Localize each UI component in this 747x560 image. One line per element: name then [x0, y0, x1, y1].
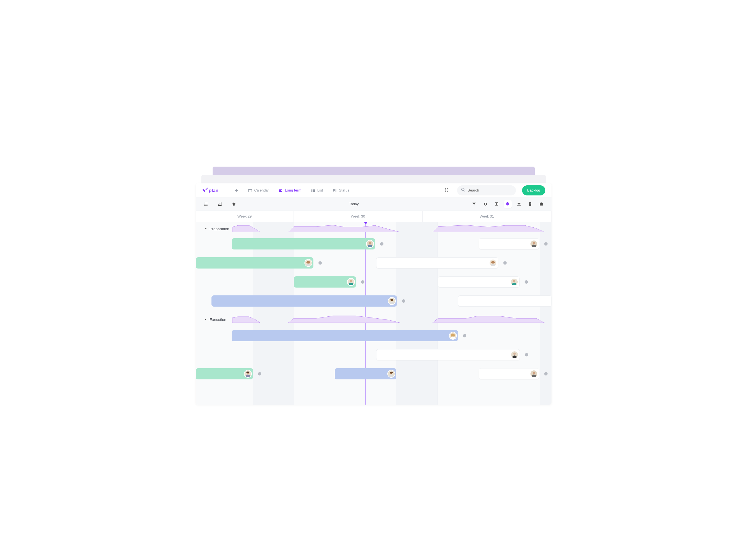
svg-point-31	[517, 203, 518, 204]
svg-rect-20	[205, 203, 208, 203]
task-bar[interactable]	[479, 368, 539, 379]
svg-rect-2	[235, 190, 238, 191]
nav-calendar[interactable]: Calendar	[246, 187, 271, 194]
svg-point-70	[513, 352, 516, 355]
svg-rect-15	[334, 189, 335, 191]
avatar[interactable]	[244, 370, 252, 378]
task-bar[interactable]	[294, 276, 356, 288]
svg-point-36	[530, 205, 531, 205]
list-icon	[311, 188, 315, 193]
group-header-preparation[interactable]: Preparation	[196, 224, 229, 233]
svg-rect-5	[279, 189, 282, 190]
puzzle-icon[interactable]	[504, 200, 512, 208]
svg-point-19	[204, 203, 204, 203]
nav-status[interactable]: Status	[331, 187, 351, 194]
add-button[interactable]	[233, 187, 240, 194]
task-bar[interactable]	[376, 257, 498, 268]
svg-rect-22	[205, 204, 208, 205]
today-label[interactable]: Today	[238, 202, 470, 206]
svg-point-21	[204, 204, 204, 204]
status-dot[interactable]	[503, 261, 507, 265]
task-bar[interactable]	[196, 257, 313, 268]
status-dot[interactable]	[361, 280, 364, 284]
columns-icon[interactable]	[493, 200, 500, 208]
search-box[interactable]	[457, 185, 516, 195]
chevron-down-icon[interactable]	[204, 318, 208, 321]
svg-point-32	[519, 203, 520, 204]
search-icon	[461, 188, 467, 193]
svg-rect-13	[313, 191, 315, 192]
avatar[interactable]	[510, 278, 518, 286]
status-dot[interactable]	[463, 334, 466, 338]
task-bar[interactable]	[438, 276, 520, 288]
svg-marker-63	[232, 317, 260, 323]
svg-marker-40	[288, 225, 400, 232]
avatar[interactable]	[347, 278, 355, 286]
nav-long-term[interactable]: Long term	[277, 187, 303, 194]
plus-icon	[234, 188, 239, 193]
eye-icon[interactable]	[482, 200, 489, 208]
weekend-cell	[396, 222, 438, 405]
avatar[interactable]	[530, 240, 538, 248]
status-dot[interactable]	[318, 261, 322, 265]
search-input[interactable]	[467, 188, 515, 192]
status-dot[interactable]	[524, 280, 528, 284]
task-bar[interactable]	[232, 330, 458, 341]
task-bar[interactable]	[196, 368, 253, 379]
nav-label: Status	[339, 188, 349, 192]
task-bar[interactable]	[211, 295, 397, 306]
avatar[interactable]	[305, 259, 312, 267]
task-bar[interactable]	[335, 368, 396, 379]
week-column: Week 29	[196, 211, 294, 222]
svg-line-18	[464, 190, 465, 191]
resource-icon[interactable]	[526, 200, 534, 208]
status-dot[interactable]	[402, 299, 405, 303]
avatar[interactable]	[530, 370, 538, 378]
team-icon[interactable]	[515, 200, 523, 208]
view-layers-icon[interactable]	[230, 200, 238, 208]
avatar[interactable]	[388, 297, 396, 305]
avatar[interactable]	[366, 240, 374, 248]
status-dot[interactable]	[544, 372, 547, 375]
timeline-body[interactable]: Preparation	[196, 222, 551, 405]
fullscreen-button[interactable]	[442, 186, 451, 195]
task-bar[interactable]	[376, 349, 520, 361]
capacity-curve	[433, 315, 544, 323]
svg-point-46	[533, 242, 535, 244]
status-dot[interactable]	[380, 242, 383, 245]
svg-marker-39	[232, 225, 260, 232]
status-dot[interactable]	[544, 242, 547, 245]
status-dot[interactable]	[525, 353, 528, 356]
svg-rect-11	[313, 190, 315, 191]
avatar[interactable]	[449, 332, 457, 340]
avatar[interactable]	[511, 351, 518, 359]
svg-point-23	[204, 205, 204, 205]
nav-list[interactable]: List	[309, 187, 325, 194]
briefcase-icon[interactable]	[538, 200, 545, 208]
group-label: Preparation	[210, 227, 229, 231]
svg-rect-6	[279, 190, 281, 191]
svg-point-58	[513, 280, 515, 282]
logo[interactable]: plan	[202, 186, 227, 194]
view-chart-icon[interactable]	[216, 200, 224, 208]
svg-rect-25	[218, 205, 222, 206]
task-bar[interactable]	[232, 238, 375, 249]
avatar[interactable]	[387, 370, 395, 378]
filter-icon[interactable]	[470, 200, 478, 208]
backlog-button[interactable]: Backlog	[522, 185, 545, 195]
task-bar[interactable]	[479, 238, 539, 249]
chevron-down-icon[interactable]	[204, 227, 208, 231]
svg-point-17	[462, 188, 464, 191]
weeks-header: Week 29 Week 30 Week 31	[196, 211, 551, 222]
svg-point-12	[311, 191, 312, 191]
avatar[interactable]	[489, 259, 497, 267]
svg-marker-41	[433, 225, 544, 232]
view-list-icon[interactable]	[202, 200, 210, 208]
kanban-icon	[332, 188, 337, 193]
svg-point-55	[350, 280, 352, 282]
task-bar[interactable]	[458, 295, 551, 306]
group-header-execution[interactable]: Execution	[196, 315, 226, 324]
svg-rect-14	[333, 189, 334, 191]
status-dot[interactable]	[258, 372, 261, 375]
svg-point-34	[530, 203, 531, 204]
